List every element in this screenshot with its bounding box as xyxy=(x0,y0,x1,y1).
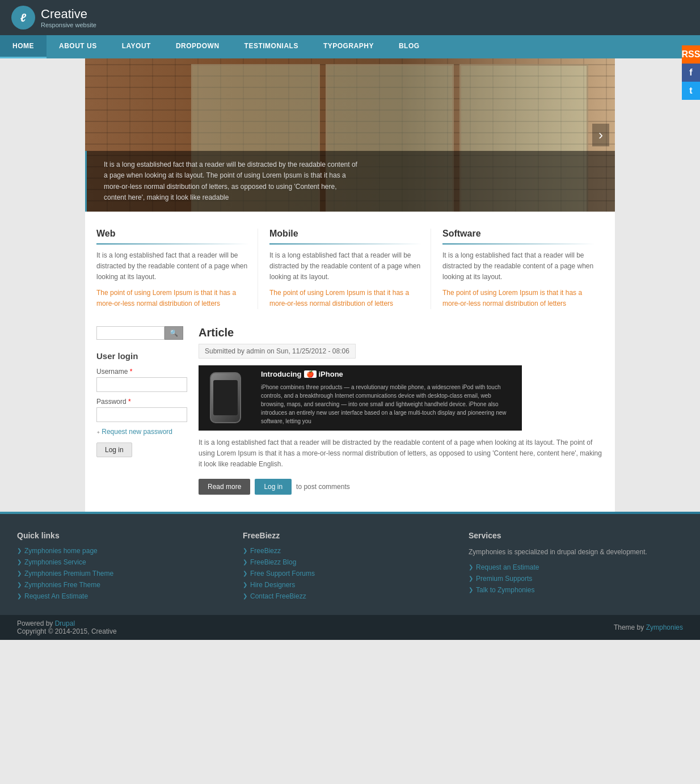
fb-link-3[interactable]: Free Support Forums xyxy=(250,570,315,578)
nav-item-typography[interactable]: TYPOGRAPHY xyxy=(311,35,386,58)
article-image: Introducing 🍎 iPhone iPhone combines thr… xyxy=(199,365,522,431)
read-more-button[interactable]: Read more xyxy=(199,479,250,495)
zymphonies-link[interactable]: Zymphonies xyxy=(646,623,683,631)
nav-link-typography[interactable]: TYPOGRAPHY xyxy=(311,35,386,57)
nav-item-testimonials[interactable]: TESTIMONIALS xyxy=(232,35,311,58)
footer-powered: Powered by Drupal Copyright © 2014-2015,… xyxy=(17,619,117,635)
feature-web: Web It is a long established fact that a… xyxy=(96,229,258,309)
ql-link-1[interactable]: Zymphonies home page xyxy=(24,547,98,555)
ql-link-4[interactable]: Zymphonies Free Theme xyxy=(24,581,100,589)
divider-software xyxy=(442,243,595,245)
facebook-button[interactable]: f xyxy=(682,64,700,82)
site-footer: Quick links Zymphonies home page Zymphon… xyxy=(0,514,700,640)
password-required: * xyxy=(128,398,131,406)
iphone-intro-heading: Introducing xyxy=(261,370,302,378)
hero-overlay: It is a long established fact that a rea… xyxy=(85,151,615,212)
footer-fb-3: Free Support Forums xyxy=(243,570,457,578)
quick-links-title: Quick links xyxy=(17,531,231,540)
services-desc: Zymphonies is specialized in drupal desi… xyxy=(469,547,683,558)
ql-link-2[interactable]: Zymphonies Service xyxy=(24,558,86,566)
footer-svc-2: Premium Supports xyxy=(469,575,683,583)
fb-link-1[interactable]: FreeBiezz xyxy=(250,547,281,555)
search-button[interactable]: 🔍 xyxy=(165,326,183,340)
footer-theme: Theme by Zymphonies xyxy=(614,623,683,631)
nav-link-home[interactable]: HOME xyxy=(0,35,47,57)
login-title: User login xyxy=(96,351,187,361)
feature-software-link: The point of using Lorem Ipsum is that i… xyxy=(442,288,595,309)
hero-text: It is a long established fact that a rea… xyxy=(104,159,359,203)
divider-web xyxy=(96,243,249,245)
footer-svc-3: Talk to Zymphonies xyxy=(469,586,683,594)
site-title: Creative xyxy=(41,7,96,22)
footer-fb-5: Contact FreeBiezz xyxy=(243,592,457,600)
footer-quick-links: Quick links Zymphonies home page Zymphon… xyxy=(17,531,231,604)
outer-wrapper: ℓ Creative Responsive website HOME ABOUT… xyxy=(0,0,700,640)
article-body: It is a long established fact that a rea… xyxy=(199,437,604,470)
article-meta: Submitted by admin on Sun, 11/25/2012 - … xyxy=(199,344,356,359)
feature-software-title: Software xyxy=(442,229,595,239)
nav-link-blog[interactable]: BLOG xyxy=(386,35,432,57)
forgot-password-link[interactable]: Request new password xyxy=(96,428,187,436)
login-comment-button[interactable]: Log in xyxy=(255,479,292,495)
iphone-mockup: Introducing 🍎 iPhone iPhone combines thr… xyxy=(199,364,522,431)
logo-text: Creative Responsive website xyxy=(41,7,96,28)
site-tagline: Responsive website xyxy=(41,22,96,28)
sidebar: 🔍 User login Username * Password * Reque… xyxy=(96,326,187,495)
fb-link-2[interactable]: FreeBiezz Blog xyxy=(250,558,296,566)
footer-cols: Quick links Zymphonies home page Zymphon… xyxy=(0,514,700,615)
svc-link-2[interactable]: Premium Supports xyxy=(476,575,532,583)
social-sidebar: RSS f t xyxy=(682,45,700,100)
nav-list: HOME ABOUT US LAYOUT DROPDOWN TESTIMONIA… xyxy=(0,35,700,58)
ql-link-3[interactable]: Zymphonies Premium Theme xyxy=(24,570,113,578)
hero-image: It is a long established fact that a rea… xyxy=(85,58,615,212)
feature-web-title: Web xyxy=(96,229,249,239)
services-title: Services xyxy=(469,531,683,540)
nav-item-about[interactable]: ABOUT US xyxy=(47,35,109,58)
login-button[interactable]: Log in xyxy=(96,442,132,457)
post-comments-text: to post comments xyxy=(296,483,350,491)
drupal-link[interactable]: Drupal xyxy=(55,619,75,627)
svc-link-1[interactable]: Request an Estimate xyxy=(476,563,539,571)
feature-web-desc: It is a long established fact that a rea… xyxy=(96,250,249,283)
feature-software-desc: It is a long established fact that a rea… xyxy=(442,250,595,283)
twitter-button[interactable]: t xyxy=(682,82,700,100)
nav-item-dropdown[interactable]: DROPDOWN xyxy=(163,35,232,58)
ql-link-5[interactable]: Request An Estimate xyxy=(24,592,88,600)
theme-text: Theme by xyxy=(614,623,646,631)
logo-icon: ℓ xyxy=(11,6,35,29)
svc-link-3[interactable]: Talk to Zymphonies xyxy=(476,586,534,594)
password-label: Password * xyxy=(96,398,187,406)
nav-link-about[interactable]: ABOUT US xyxy=(47,35,109,57)
apple-logo: 🍎 xyxy=(304,370,317,378)
nav-link-layout[interactable]: LAYOUT xyxy=(109,35,163,57)
user-login: User login Username * Password * Request… xyxy=(96,351,187,457)
search-box: 🔍 xyxy=(96,326,187,340)
rss-button[interactable]: RSS xyxy=(682,45,700,64)
nav-item-blog[interactable]: BLOG xyxy=(386,35,432,58)
content-area: 🔍 User login Username * Password * Reque… xyxy=(85,326,615,512)
footer-bottom: Powered by Drupal Copyright © 2014-2015,… xyxy=(0,615,700,640)
footer-fb-4: Hire Designers xyxy=(243,581,457,589)
fb-link-5[interactable]: Contact FreeBiezz xyxy=(250,592,306,600)
slider-next-arrow[interactable]: › xyxy=(592,124,609,146)
feature-mobile-title: Mobile xyxy=(269,229,422,239)
copyright-text: Copyright © 2014-2015, Creative xyxy=(17,627,117,635)
main-nav: HOME ABOUT US LAYOUT DROPDOWN TESTIMONIA… xyxy=(0,35,700,58)
footer-ql-3: Zymphonies Premium Theme xyxy=(17,570,231,578)
nav-item-home[interactable]: HOME xyxy=(0,35,47,58)
nav-item-layout[interactable]: LAYOUT xyxy=(109,35,163,58)
footer-services: Services Zymphonies is specialized in dr… xyxy=(469,531,683,604)
username-label: Username * xyxy=(96,368,187,376)
footer-svc-1: Request an Estimate xyxy=(469,563,683,571)
nav-link-testimonials[interactable]: TESTIMONIALS xyxy=(232,35,311,57)
search-input[interactable] xyxy=(96,326,165,340)
main-content: Article Submitted by admin on Sun, 11/25… xyxy=(199,326,604,495)
feature-mobile-desc: It is a long established fact that a rea… xyxy=(269,250,422,283)
username-input[interactable] xyxy=(96,377,187,392)
password-input[interactable] xyxy=(96,407,187,422)
site-header: ℓ Creative Responsive website xyxy=(0,0,700,35)
feature-mobile: Mobile It is a long established fact tha… xyxy=(269,229,431,309)
footer-ql-4: Zymphonies Free Theme xyxy=(17,581,231,589)
fb-link-4[interactable]: Hire Designers xyxy=(250,581,295,589)
nav-link-dropdown[interactable]: DROPDOWN xyxy=(163,35,232,57)
